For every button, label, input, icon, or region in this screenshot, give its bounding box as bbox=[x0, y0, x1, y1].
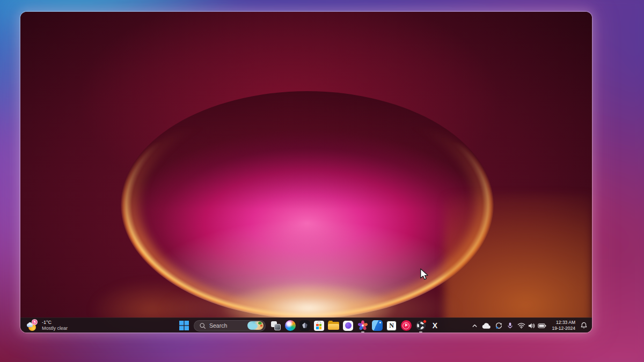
start-button[interactable] bbox=[177, 318, 191, 333]
taskbar-app-microsoft-store[interactable] bbox=[312, 318, 326, 333]
notification-center-button[interactable] bbox=[580, 318, 588, 333]
cloud-icon bbox=[482, 322, 491, 329]
bell-icon bbox=[580, 322, 588, 329]
photos-flower-icon bbox=[357, 320, 368, 331]
taskbar-app-youtube-music[interactable] bbox=[399, 318, 413, 333]
file-explorer-icon bbox=[328, 321, 339, 330]
wallpaper-orange-corner bbox=[444, 194, 592, 333]
taskbar-app-copilot[interactable] bbox=[283, 318, 297, 333]
taskbar-app-obsidian[interactable] bbox=[297, 318, 312, 333]
wifi-icon bbox=[517, 322, 525, 329]
task-view-icon bbox=[270, 320, 281, 331]
weather-badge: 5 bbox=[32, 319, 38, 325]
mouse-cursor bbox=[420, 268, 429, 281]
video-frame: 5 -1°C Mostly clear bbox=[0, 0, 644, 362]
battery-icon bbox=[538, 323, 546, 329]
taskbar-app-notion[interactable]: N bbox=[384, 318, 399, 333]
system-tray: 12:33 AM 19-12-2024 bbox=[471, 318, 588, 333]
weather-moon-cloud-icon: 5 bbox=[26, 319, 39, 332]
network-volume-battery-group[interactable] bbox=[517, 322, 546, 329]
taskbar-clock[interactable]: 12:33 AM 19-12-2024 bbox=[552, 320, 575, 331]
weather-widget[interactable]: 5 -1°C Mostly clear bbox=[23, 318, 71, 333]
search-icon bbox=[199, 322, 206, 329]
taskbar-center-group: Search bbox=[177, 318, 442, 333]
outlook-icon bbox=[372, 320, 383, 331]
taskbar-app-photos[interactable] bbox=[355, 318, 370, 333]
taskbar-app-x[interactable]: X bbox=[428, 318, 442, 333]
clock-time: 12:33 AM bbox=[556, 320, 575, 326]
running-indicator bbox=[419, 331, 422, 333]
volume-icon bbox=[528, 322, 536, 329]
notion-icon: N bbox=[386, 321, 397, 331]
weather-condition: Mostly clear bbox=[42, 326, 68, 331]
loop-icon bbox=[343, 321, 353, 331]
weather-temperature: -1°C bbox=[42, 320, 68, 326]
search-placeholder: Search bbox=[209, 322, 227, 329]
taskbar-app-task-view[interactable] bbox=[268, 318, 283, 333]
taskbar-app-file-explorer[interactable] bbox=[326, 318, 341, 333]
running-indicator bbox=[361, 331, 364, 333]
onedrive-tray[interactable] bbox=[482, 318, 491, 333]
hidden-icons-chevron[interactable] bbox=[471, 318, 478, 333]
sync-tray[interactable] bbox=[495, 318, 503, 333]
copilot-icon bbox=[285, 320, 296, 331]
microphone-icon bbox=[507, 322, 514, 329]
youtube-music-icon bbox=[401, 320, 412, 331]
x-app-icon: X bbox=[433, 322, 437, 329]
obs-recording-badge bbox=[423, 320, 427, 323]
taskbar: 5 -1°C Mostly clear bbox=[20, 317, 592, 333]
desktop-screen: 5 -1°C Mostly clear bbox=[20, 12, 592, 333]
microsoft-store-icon bbox=[314, 321, 324, 331]
taskbar-app-loop[interactable] bbox=[341, 318, 355, 333]
chevron-up-icon bbox=[471, 322, 478, 329]
taskbar-app-outlook[interactable] bbox=[370, 318, 384, 333]
sync-arrows-icon bbox=[495, 322, 503, 330]
obsidian-gem-icon bbox=[299, 320, 310, 331]
taskbar-app-obs-studio[interactable] bbox=[413, 318, 428, 333]
search-box[interactable]: Search bbox=[194, 320, 266, 331]
obs-studio-icon bbox=[415, 320, 426, 331]
microphone-tray[interactable] bbox=[507, 318, 514, 333]
clock-date: 19-12-2024 bbox=[552, 326, 575, 331]
windows-logo-icon bbox=[179, 321, 189, 330]
search-highlight-thumbnail[interactable] bbox=[247, 321, 264, 330]
